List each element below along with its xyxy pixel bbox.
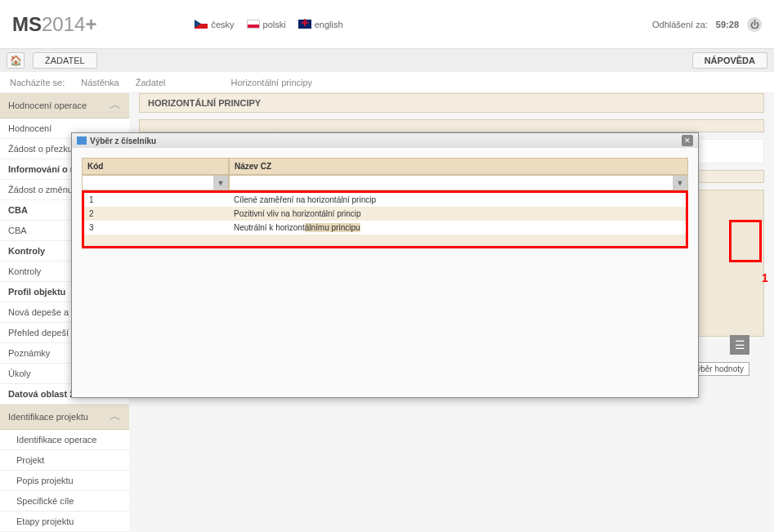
modal-cell-name: Cílené zaměření na horizontální princip — [229, 193, 686, 207]
modal-filter-code: ▼ — [82, 175, 229, 190]
breadcrumb-item[interactable]: Nástěnka — [81, 78, 119, 87]
modal-header: Výběr z číselníku ✕ — [72, 133, 698, 148]
list-icon: ☰ — [735, 338, 745, 351]
home-icon: 🏠 — [10, 55, 22, 66]
modal-row-1[interactable]: 1 Cílené zaměření na horizontální princi… — [84, 193, 686, 207]
filter-code-input[interactable] — [83, 176, 213, 190]
modal-col-name[interactable]: Název CZ — [229, 158, 688, 175]
chevron-up-icon: ︿ — [110, 98, 121, 113]
modal-cell-code: 2 — [84, 207, 229, 221]
chevron-up-icon: ︿ — [110, 409, 121, 424]
lang-label: polski — [263, 20, 286, 29]
lookup-modal: Výběr z číselníku ✕ Kód Název CZ ▼ ▼ — [71, 132, 699, 398]
sidebar-item-identifikace-operace[interactable]: Identifikace operace — [0, 430, 129, 450]
modal-body: Kód Název CZ ▼ ▼ 1 Cílené zaměření na ho… — [72, 148, 698, 258]
lang-polish[interactable]: polski — [247, 20, 286, 29]
modal-row-2[interactable]: 2 Pozitivní vliv na horizontální princip — [84, 207, 686, 221]
header-right: Odhlášení za: 59:28 ⏻ — [652, 17, 762, 32]
sidebar-section-identification[interactable]: Identifikace projektu ︿ — [0, 405, 129, 430]
modal-footer-row — [84, 235, 686, 246]
logout-timer: 59:28 — [716, 20, 739, 29]
sidebar-section-label: Identifikace projektu — [8, 412, 88, 422]
sidebar-item-projekt[interactable]: Projekt — [0, 450, 129, 471]
sidebar-section-label: Hodnocení operace — [8, 101, 87, 110]
logo-year: 2014 — [42, 13, 85, 35]
modal-title: Výběr z číselníku — [90, 136, 156, 145]
content-title: HORIZONTÁLNÍ PRINCIPY — [139, 93, 764, 113]
breadcrumb-item[interactable]: Horizontální principy — [230, 78, 312, 87]
tab-applicant[interactable]: ŽADATEL — [33, 52, 97, 69]
window-icon — [77, 136, 87, 145]
flag-czech-icon — [195, 20, 208, 29]
flag-english-icon — [298, 20, 311, 29]
breadcrumb-item[interactable]: Žadatel — [136, 78, 166, 87]
lang-english[interactable]: english — [298, 20, 343, 29]
modal-close-button[interactable]: ✕ — [682, 135, 693, 146]
select-value-button[interactable]: ☰ — [730, 335, 749, 355]
logo-ms: MS — [12, 13, 42, 35]
breadcrumb-label: Nacházíte se: — [10, 78, 65, 87]
logo-plus: + — [85, 13, 96, 35]
lang-label: česky — [211, 20, 234, 29]
modal-table-header: Kód Název CZ — [82, 158, 688, 175]
sidebar-item-popis-projektu[interactable]: Popis projektu — [0, 471, 129, 491]
home-button[interactable]: 🏠 — [7, 52, 25, 69]
flag-polish-icon — [247, 20, 260, 29]
power-icon[interactable]: ⏻ — [747, 17, 762, 32]
modal-filter-row: ▼ ▼ — [82, 175, 688, 190]
annotation-label-1: 1 — [762, 271, 768, 284]
sidebar-section-evaluation[interactable]: Hodnocení operace ︿ — [0, 93, 129, 118]
sidebar-item-etapy-projektu[interactable]: Etapy projektu — [0, 512, 129, 532]
modal-row-3[interactable]: 3 Neutrální k horizontálnímu principu — [84, 221, 686, 235]
lang-czech[interactable]: česky — [195, 20, 234, 29]
modal-col-code[interactable]: Kód — [82, 158, 229, 175]
subheader: 🏠 ŽADATEL NÁPOVĚDA — [0, 49, 774, 72]
modal-cell-code: 3 — [84, 221, 229, 235]
filter-code-button[interactable]: ▼ — [213, 176, 228, 190]
modal-cell-name: Neutrální k horizontálnímu principu — [229, 221, 686, 235]
modal-cell-code: 1 — [84, 193, 229, 207]
lang-label: english — [315, 20, 343, 29]
logo: MS2014+ — [12, 13, 96, 36]
filter-name-button[interactable]: ▼ — [673, 176, 687, 190]
content-bar — [139, 119, 764, 132]
sidebar-item-specificke-cile[interactable]: Specifické cíle — [0, 491, 129, 512]
app-header: MS2014+ česky polski english Odhlášení z… — [0, 0, 774, 49]
modal-table-body: 1 Cílené zaměření na horizontální princi… — [82, 190, 688, 248]
logout-label: Odhlášení za: — [652, 20, 708, 29]
help-button[interactable]: NÁPOVĚDA — [692, 52, 767, 69]
breadcrumb: Nacházíte se: Nástěnka Žadatel Horizontá… — [0, 72, 774, 93]
filter-name-input[interactable] — [230, 176, 673, 190]
modal-filter-name: ▼ — [229, 175, 688, 190]
select-value-container: ☰ Výběr hodnoty — [694, 233, 758, 252]
language-switcher: česky polski english — [195, 20, 342, 29]
modal-cell-name: Pozitivní vliv na horizontální princip — [229, 207, 686, 221]
